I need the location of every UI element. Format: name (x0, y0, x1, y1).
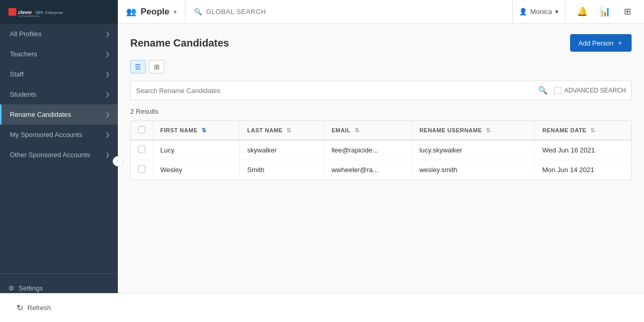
sort-rename-username-icon[interactable]: ⇅ (486, 127, 491, 133)
grid-view-button[interactable]: ⊞ (617, 0, 638, 24)
chevron-right-icon: ❯ (105, 152, 110, 158)
grid-icon: ⊞ (154, 63, 160, 71)
settings-label: Settings (19, 284, 43, 292)
people-label: People (141, 7, 170, 17)
table-body: Lucy skywalker llee@rapicide... lucy.sky… (131, 140, 631, 179)
advanced-search-toggle[interactable]: ADVANCED SEARCH (554, 87, 626, 94)
row-1-rename-username: lucy.skywalker (412, 140, 535, 160)
chevron-right-icon: ❯ (105, 132, 110, 137)
sort-first-name-icon[interactable]: ⇅ (202, 127, 207, 133)
refresh-button[interactable]: ↻ Refresh (10, 299, 57, 317)
row-1-email: llee@rapicide... (324, 140, 412, 160)
sidebar-collapse-button[interactable]: ‹ (113, 156, 123, 166)
add-person-button[interactable]: Add Person ＋ (570, 34, 632, 52)
chevron-right-icon: ❯ (105, 71, 110, 77)
list-view-button[interactable]: ☰ (130, 60, 146, 73)
svg-text:Enterprise: Enterprise (45, 10, 63, 15)
user-menu[interactable]: 👤 Monica ▾ (512, 0, 565, 24)
logo-svg: clever idm Enterprise by RapidIdentity (7, 6, 80, 18)
advanced-search-checkbox[interactable] (554, 87, 561, 94)
sidebar-item-rename-candidates[interactable]: Rename Candidates ❯ (0, 104, 118, 125)
page-header: Rename Candidates Add Person ＋ (130, 34, 632, 52)
sidebar: clever idm Enterprise by RapidIdentity A… (0, 0, 118, 322)
chevron-down-icon: ▾ (174, 8, 177, 16)
advanced-search-label: ADVANCED SEARCH (564, 87, 626, 94)
col-last-name: LAST NAME ⇅ (240, 121, 324, 140)
main-content: Rename Candidates Add Person ＋ ☰ ⊞ 🔍 ADV… (118, 24, 644, 322)
data-table: FIRST NAME ⇅ LAST NAME ⇅ EMAIL ⇅ RENAM (131, 121, 631, 179)
chevron-right-icon: ❯ (105, 112, 110, 117)
select-all-checkbox[interactable] (138, 126, 145, 133)
view-toggle: ☰ ⊞ (130, 60, 632, 73)
table-search-input[interactable] (136, 87, 538, 95)
sidebar-nav: All Profiles ❯ Teachers ❯ Staff ❯ Studen… (0, 24, 118, 273)
sidebar-logo: clever idm Enterprise by RapidIdentity (0, 0, 118, 24)
sidebar-item-staff[interactable]: Staff ❯ (0, 64, 118, 84)
table-row[interactable]: Wesley Smith wwheeler@ra... wesley.smith… (131, 160, 631, 180)
row-2-first-name: Wesley (153, 160, 240, 180)
plus-icon: ＋ (617, 38, 623, 48)
global-search-area: 🔍 (186, 8, 512, 16)
results-table: FIRST NAME ⇅ LAST NAME ⇅ EMAIL ⇅ RENAM (130, 120, 632, 180)
results-count: 2 Results (130, 108, 632, 115)
sidebar-item-all-profiles[interactable]: All Profiles ❯ (0, 24, 118, 44)
table-header: FIRST NAME ⇅ LAST NAME ⇅ EMAIL ⇅ RENAM (131, 121, 631, 140)
row-2-checkbox-cell (131, 160, 153, 180)
search-icon: 🔍 (194, 8, 202, 16)
topbar: 👥 People ▾ 🔍 👤 Monica ▾ 🔔 📊 ⊞ (118, 0, 644, 24)
chevron-right-icon: ❯ (105, 51, 110, 57)
sidebar-item-students[interactable]: Students ❯ (0, 84, 118, 104)
bottom-bar: ↻ Refresh (0, 293, 644, 322)
svg-rect-0 (8, 8, 16, 16)
col-email: EMAIL ⇅ (324, 121, 412, 140)
row-2-checkbox[interactable] (138, 165, 145, 173)
chevron-right-icon: ❯ (105, 31, 110, 37)
sidebar-item-my-sponsored-accounts[interactable]: My Sponsored Accounts ❯ (0, 125, 118, 145)
select-all-header (131, 121, 153, 140)
user-name: Monica (530, 8, 552, 16)
table-row[interactable]: Lucy skywalker llee@rapicide... lucy.sky… (131, 140, 631, 160)
col-rename-username: RENAME USERNAME ⇅ (412, 121, 535, 140)
row-1-checkbox-cell (131, 140, 153, 160)
sidebar-item-teachers[interactable]: Teachers ❯ (0, 44, 118, 64)
row-1-first-name: Lucy (153, 140, 240, 160)
user-chevron-icon: ▾ (555, 8, 559, 16)
col-first-name: FIRST NAME ⇅ (153, 121, 240, 140)
user-avatar-icon: 👤 (519, 8, 527, 16)
table-search-bar: 🔍 ADVANCED SEARCH (130, 81, 632, 100)
row-1-checkbox[interactable] (138, 146, 145, 153)
sort-email-icon[interactable]: ⇅ (355, 127, 360, 133)
col-rename-date: RENAME DATE ⇅ (535, 121, 631, 140)
table-search-icon: 🔍 (538, 86, 548, 95)
refresh-icon: ↻ (17, 303, 23, 313)
row-2-rename-date: Mon Jun 14 2021 (535, 160, 631, 180)
topbar-actions: 🔔 📊 ⊞ (565, 0, 644, 24)
page-title: Rename Candidates (130, 37, 229, 49)
gear-icon: ⚙ (8, 284, 14, 292)
row-1-last-name: skywalker (240, 140, 324, 160)
sidebar-item-other-sponsored-accounts[interactable]: Other Sponsored Accounts ❯ (0, 145, 118, 165)
people-menu[interactable]: 👥 People ▾ (118, 0, 186, 23)
grid-view-toggle-button[interactable]: ⊞ (149, 60, 164, 73)
analytics-button[interactable]: 📊 (594, 0, 615, 24)
row-2-email: wwheeler@ra... (324, 160, 412, 180)
add-person-label: Add Person (578, 39, 614, 47)
row-2-rename-username: wesley.smith (412, 160, 535, 180)
list-icon: ☰ (135, 63, 141, 71)
notifications-button[interactable]: 🔔 (572, 0, 592, 24)
content-area: Rename Candidates Add Person ＋ ☰ ⊞ 🔍 ADV… (118, 24, 644, 190)
sort-rename-date-icon[interactable]: ⇅ (590, 127, 595, 133)
sort-last-name-icon[interactable]: ⇅ (286, 127, 292, 133)
global-search-input[interactable] (206, 8, 504, 16)
people-icon: 👥 (126, 7, 136, 17)
chevron-right-icon: ❯ (105, 91, 110, 97)
refresh-label: Refresh (27, 304, 51, 312)
row-2-last-name: Smith (240, 160, 324, 180)
row-1-rename-date: Wed Jun 16 2021 (535, 140, 631, 160)
svg-text:by RapidIdentity: by RapidIdentity (18, 14, 40, 18)
